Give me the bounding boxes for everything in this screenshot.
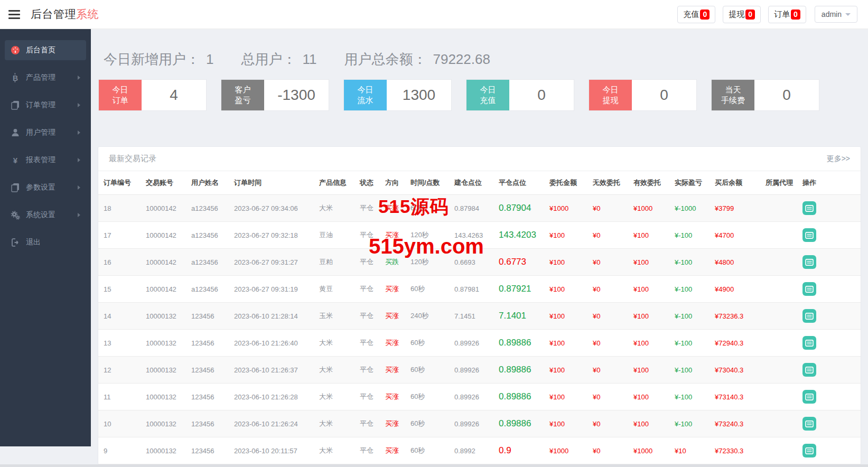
cell-account: 10000142 xyxy=(141,222,186,249)
cell-username: a123456 xyxy=(186,222,229,249)
card-value: 0 xyxy=(509,80,574,110)
sidebar-item-label: 后台首页 xyxy=(26,45,55,55)
cell-duration: 120秒 xyxy=(405,249,449,276)
column-header: 状态 xyxy=(354,171,380,195)
sidebar-item-products[interactable]: B 产品管理 xyxy=(5,68,86,88)
table-row: 12100001321234562023-06-10 21:26:37大米平仓买… xyxy=(98,357,861,384)
row-detail-button[interactable] xyxy=(802,201,816,215)
cell-agent xyxy=(760,303,797,330)
row-detail-button[interactable] xyxy=(802,282,816,296)
cell-agent xyxy=(760,195,797,222)
sidebar-item-logout[interactable]: 退出 xyxy=(5,232,86,253)
cell-valid-entrust: ¥1000 xyxy=(628,437,669,464)
cell-status: 平仓 xyxy=(354,222,380,249)
app-title: 后台管理系统 xyxy=(31,7,99,22)
row-detail-button[interactable] xyxy=(802,309,816,323)
more-link[interactable]: 更多>> xyxy=(827,154,850,164)
column-header: 交易账号 xyxy=(141,171,186,195)
cell-account: 10000132 xyxy=(141,410,186,437)
sidebar-item-orders[interactable]: 订单管理 xyxy=(5,95,86,115)
column-header: 买后余额 xyxy=(710,171,760,195)
table-row: 9100001321234562023-06-10 20:11:57大米平仓买涨… xyxy=(98,437,861,464)
params-icon xyxy=(11,183,20,192)
admin-dropdown[interactable]: admin xyxy=(815,6,857,23)
bottom-scrollbar[interactable] xyxy=(0,464,868,467)
sidebar-item-dashboard[interactable]: 后台首页 xyxy=(5,40,86,60)
dashboard-icon xyxy=(11,45,20,55)
chevron-down-icon xyxy=(845,13,851,16)
row-detail-button[interactable] xyxy=(802,444,816,457)
cell-agent xyxy=(760,410,797,437)
cell-duration: 60秒 xyxy=(405,384,449,410)
list-icon xyxy=(805,421,814,427)
sidebar-item-users[interactable]: 用户管理 xyxy=(5,123,86,143)
recharge-label: 充值 xyxy=(683,10,699,20)
cell-invalid-entrust: ¥0 xyxy=(587,249,628,276)
stat-card-today-turnover: 今日流水 1300 xyxy=(344,80,451,110)
cell-agent xyxy=(760,330,797,357)
cell-close-point: 0.87904 xyxy=(493,195,544,222)
cell-close-point: 0.87921 xyxy=(493,276,544,303)
row-detail-button[interactable] xyxy=(802,363,816,377)
cell-status: 平仓 xyxy=(354,195,380,222)
main-content: 今日新增用户：1 总用户：11 用户总余额：79222.68 今日订单 4 客户… xyxy=(91,29,868,467)
card-tag: 今日流水 xyxy=(344,80,387,110)
cell-status: 平仓 xyxy=(354,384,380,410)
cell-open-point: 0.89926 xyxy=(449,384,493,410)
cell-valid-entrust: ¥100 xyxy=(628,384,669,410)
row-detail-button[interactable] xyxy=(802,336,816,350)
sidebar: 后台首页 B 产品管理 订单管理 用户管理 ¥ 报表管理 参数设置 xyxy=(0,29,91,446)
cell-action xyxy=(797,330,861,357)
sidebar-item-system-settings[interactable]: 系统设置 xyxy=(5,205,86,225)
cell-direction: 买涨 xyxy=(380,222,405,249)
cell-action xyxy=(797,303,861,330)
cell-account: 10000132 xyxy=(141,357,186,384)
cell-account: 10000132 xyxy=(141,330,186,357)
column-header: 产品信息 xyxy=(314,171,354,195)
list-icon xyxy=(805,340,814,347)
cell-status: 平仓 xyxy=(354,437,380,464)
cell-actual-pl: ¥-100 xyxy=(669,357,710,384)
chevron-right-icon xyxy=(78,213,80,217)
withdraw-button[interactable]: 提现 0 xyxy=(723,6,761,23)
row-detail-button[interactable] xyxy=(802,228,816,242)
row-detail-button[interactable] xyxy=(802,417,816,431)
sidebar-item-label: 报表管理 xyxy=(26,155,55,165)
row-detail-button[interactable] xyxy=(802,255,816,269)
cell-duration: 120秒 xyxy=(405,222,449,249)
cell-status: 平仓 xyxy=(354,249,380,276)
cell-actual-pl: ¥-100 xyxy=(669,303,710,330)
user-icon xyxy=(11,128,20,137)
cell-entrust-amount: ¥100 xyxy=(544,222,587,249)
cell-action xyxy=(797,222,861,249)
cell-account: 10000132 xyxy=(141,303,186,330)
row-detail-button[interactable] xyxy=(802,390,816,404)
sidebar-item-parameters[interactable]: 参数设置 xyxy=(5,178,86,198)
card-value: -1300 xyxy=(264,80,329,110)
list-icon xyxy=(805,286,814,293)
column-header: 所属代理 xyxy=(760,171,797,195)
cell-entrust-amount: ¥100 xyxy=(544,249,587,276)
cell-invalid-entrust: ¥0 xyxy=(587,384,628,410)
cell-status: 平仓 xyxy=(354,276,380,303)
card-tag: 今日充值 xyxy=(466,80,509,110)
cell-product: 大米 xyxy=(314,384,354,410)
cell-entrust-amount: ¥100 xyxy=(544,384,587,410)
sidebar-item-reports[interactable]: ¥ 报表管理 xyxy=(5,150,86,170)
orders-button[interactable]: 订单 0 xyxy=(768,6,806,23)
cell-order-id: 14 xyxy=(98,303,141,330)
recharge-button[interactable]: 充值 0 xyxy=(677,6,715,23)
list-icon xyxy=(805,313,814,320)
cell-balance-after: ¥4700 xyxy=(710,222,760,249)
sidebar-item-label: 订单管理 xyxy=(26,100,55,110)
cell-valid-entrust: ¥100 xyxy=(628,410,669,437)
cell-direction: 买涨 xyxy=(380,195,405,222)
cell-valid-entrust: ¥1000 xyxy=(628,195,669,222)
cell-actual-pl: ¥-1000 xyxy=(669,195,710,222)
column-header: 建仓点位 xyxy=(449,171,493,195)
column-header: 实际盈亏 xyxy=(669,171,710,195)
menu-toggle-icon[interactable] xyxy=(8,10,20,19)
stat-label: 总用户： xyxy=(241,51,296,67)
cell-product: 大米 xyxy=(314,410,354,437)
cell-status: 平仓 xyxy=(354,330,380,357)
